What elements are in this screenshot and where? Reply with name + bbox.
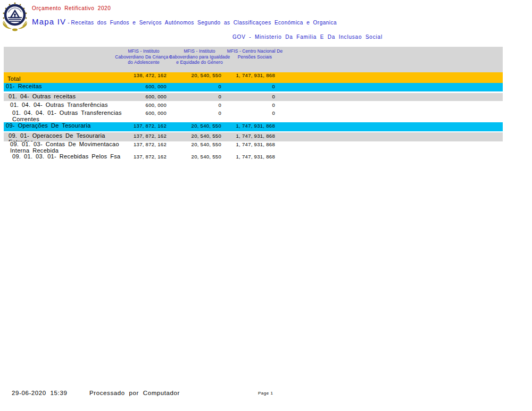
row-value: 1, 747, 931, 868 [211, 141, 275, 147]
table-row-0104-outras-receitas: 01. 04- Outras receitas 600, 000 0 0 [4, 93, 503, 101]
row-value: 1, 747, 931, 868 [211, 123, 275, 129]
row-value: 1, 747, 931, 868 [211, 154, 275, 160]
map-title-line: Mapa IV-Receitas dos Fundos e Serviços A… [32, 17, 337, 27]
budget-table: MFIS - Instituto Caboverdiano Da Criança… [4, 47, 503, 161]
row-label: 09- Operações De Tesouraria [6, 123, 91, 129]
row-value: 137, 872, 162 [103, 154, 167, 160]
row-value: 1, 747, 931, 868 [211, 133, 275, 139]
report-page: Orçamento Retificativo 2020 Mapa IV-Rece… [0, 0, 532, 411]
row-value: 600, 000 [103, 94, 167, 99]
map-subtitle: Receitas dos Fundos e Serviços Autónomos… [71, 20, 337, 26]
row-value: 138, 472, 162 [103, 72, 167, 78]
column-header-centro-pensoes: MFIS - Centro Nacional De Pensões Sociai… [220, 48, 290, 60]
row-label: Total [7, 76, 21, 82]
footer-datetime: 29-06-2020 15:39 [12, 390, 67, 396]
row-value: 0 [211, 83, 275, 89]
row-value: 1, 747, 931, 868 [211, 72, 275, 78]
row-label: 01. 04. 04- Outras Transferências [10, 102, 108, 108]
row-label: 01. 04- Outras receitas [9, 94, 76, 100]
row-value: 600, 000 [103, 102, 167, 108]
row-value: 600, 000 [103, 110, 167, 116]
footer-page-number: Page 1 [258, 391, 273, 396]
row-value: 137, 872, 162 [103, 141, 167, 147]
row-label: 01- Receitas [6, 83, 42, 90]
row-value: 600, 000 [103, 83, 167, 89]
row-label-line2: Interna Recebida [10, 148, 119, 154]
footer-processed-by: Processado por Computador [89, 390, 180, 396]
table-row-01040401-transferencias-correntes: 01. 04. 04. 01- Outras TransferenciasCor… [4, 110, 503, 122]
table-row-0901-operacoes-entradas: 09. 01- Operacoes De TesourariaEntradas … [4, 132, 503, 141]
table-row-09-operacoes-tesouraria: 09- Operações De Tesouraria 137, 872, 16… [4, 122, 503, 131]
row-value: 137, 872, 162 [103, 133, 167, 139]
table-row-01-receitas: 01- Receitas 600, 000 0 0 [4, 83, 503, 91]
table-header: MFIS - Instituto Caboverdiano Da Criança… [4, 47, 503, 72]
row-label: 09. 01- Operacoes De TesourariaEntradas [9, 133, 105, 141]
table-row-total: Total 138, 472, 162 20, 540, 550 1, 747,… [4, 72, 503, 83]
cape-verde-emblem-icon [1, 2, 29, 32]
table-row-090103-contas-movimentacao: 09. 01. 03- Contas De MovimentacaoIntern… [4, 141, 503, 154]
row-value: 137, 872, 162 [103, 123, 167, 129]
row-label-line2: Correntes [12, 116, 122, 123]
ministry-line: GOV - Ministerio Da Familia E Da Inclusa… [232, 34, 383, 40]
title-separator: - [66, 20, 71, 26]
row-value: 0 [211, 102, 275, 108]
document-title: Orçamento Retificativo 2020 [32, 5, 111, 11]
row-value: 0 [211, 94, 275, 99]
map-number: Mapa IV [32, 17, 66, 26]
table-row-09010301-recebidas-fsa: 09. 01. 03. 01- Recebidas Pelos Fsa 137,… [4, 154, 503, 161]
table-row-010404-outras-transferencias: 01. 04. 04- Outras Transferências 600, 0… [4, 102, 503, 110]
row-value: 0 [211, 110, 275, 116]
